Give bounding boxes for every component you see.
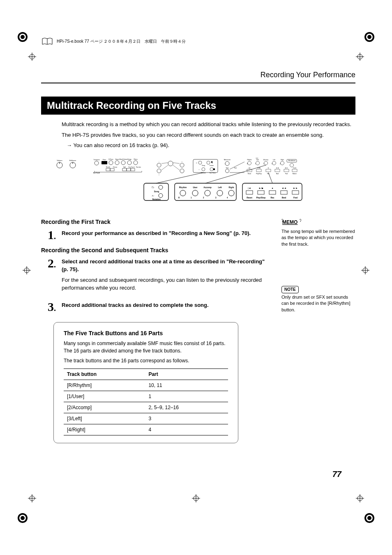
svg-point-151 bbox=[228, 190, 234, 196]
table-row: [2/Accomp]2, 5–9, 12–16 bbox=[64, 402, 228, 413]
svg-text:Function: Function bbox=[136, 166, 141, 168]
svg-text:Rhythm: Rhythm bbox=[247, 159, 252, 161]
svg-text:►►: ►► bbox=[285, 167, 288, 169]
svg-line-73 bbox=[161, 163, 168, 164]
svg-text:Left: Left bbox=[218, 186, 222, 189]
svg-rect-56 bbox=[106, 168, 110, 171]
svg-text:Vibes/Celesta: Vibes/Celesta bbox=[119, 159, 127, 160]
table-cell-button: [R/Rhythm] bbox=[64, 380, 145, 391]
crop-mark-icon bbox=[192, 494, 200, 502]
svg-text:1: 1 bbox=[255, 163, 256, 165]
step-1-text: Record your performance as described in … bbox=[62, 229, 269, 237]
parts-table: Track button Part [R/Rhythm]10, 11[1/Use… bbox=[64, 368, 228, 435]
svg-point-135 bbox=[159, 185, 163, 189]
memo-block: MEMO The song tempo will be remembered a… bbox=[281, 219, 355, 248]
svg-rect-167 bbox=[281, 191, 287, 194]
svg-text:►►: ►► bbox=[293, 187, 298, 189]
svg-rect-121 bbox=[266, 169, 271, 172]
svg-text:Reset: Reset bbox=[248, 173, 251, 175]
intro-p1: Multitrack recording is a method by whic… bbox=[62, 120, 355, 129]
table-row: [3/Left]3 bbox=[64, 413, 228, 424]
svg-text:Play/Stop: Play/Stop bbox=[256, 173, 262, 175]
table-cell-button: [3/Left] bbox=[64, 413, 145, 424]
svg-point-104 bbox=[272, 161, 276, 165]
svg-rect-77 bbox=[193, 159, 218, 173]
table-cell-part: 2, 5–9, 12–16 bbox=[145, 402, 228, 413]
svg-text:3: 3 bbox=[272, 163, 272, 165]
svg-text:●: ● bbox=[268, 167, 269, 169]
svg-text:Twin Piano: Twin Piano bbox=[209, 172, 216, 174]
callout-p2: The track buttons and the 16 parts corre… bbox=[64, 357, 228, 364]
step-number: 2. bbox=[41, 258, 56, 269]
svg-point-48 bbox=[121, 161, 125, 165]
svg-point-71 bbox=[180, 169, 184, 173]
crop-mark-icon bbox=[356, 53, 364, 61]
svg-text:Count: Count bbox=[293, 167, 297, 169]
svg-text:Piano: Piano bbox=[103, 159, 106, 161]
registration-mark-icon bbox=[361, 510, 378, 526]
svg-line-133 bbox=[156, 173, 203, 183]
svg-rect-165 bbox=[258, 191, 264, 194]
svg-text:|◄: |◄ bbox=[249, 167, 251, 169]
svg-text:◄◄: ◄◄ bbox=[281, 187, 286, 189]
registration-mark-icon bbox=[14, 29, 31, 45]
svg-text:☐♪: ☐♪ bbox=[152, 186, 154, 189]
intro-p3: → You can also record on 16 tracks (p. 9… bbox=[67, 141, 355, 150]
note-text: Only drum set or SFX set sounds can be r… bbox=[281, 294, 355, 313]
svg-rect-57 bbox=[110, 168, 114, 171]
svg-text:Transpose: Transpose bbox=[94, 159, 100, 161]
svg-text:Accomp: Accomp bbox=[203, 186, 212, 189]
svg-point-46 bbox=[115, 161, 119, 165]
table-row: [4/Right]4 bbox=[64, 424, 228, 435]
svg-text:Bwd: Bwd bbox=[276, 173, 279, 175]
svg-point-80 bbox=[207, 161, 210, 164]
svg-point-11 bbox=[367, 516, 371, 520]
sub-heading-subsequent: Recording the Second and Subsequent Trac… bbox=[41, 247, 269, 253]
svg-point-68 bbox=[168, 161, 173, 166]
svg-point-148 bbox=[192, 190, 198, 196]
svg-point-90 bbox=[225, 161, 229, 166]
svg-text:●: ● bbox=[272, 187, 273, 189]
svg-text:Brilliance: Brilliance bbox=[69, 159, 76, 161]
intro-p2: The HPi-7S provides five tracks, so you … bbox=[62, 131, 355, 139]
svg-rect-62 bbox=[127, 168, 131, 171]
svg-point-69 bbox=[180, 163, 184, 167]
svg-text:Fwd: Fwd bbox=[285, 173, 288, 175]
svg-line-74 bbox=[173, 163, 180, 164]
svg-point-101 bbox=[248, 161, 251, 165]
svg-point-5 bbox=[367, 35, 371, 39]
table-cell-part: 3 bbox=[145, 413, 228, 424]
svg-text:Slow: Slow bbox=[226, 167, 229, 169]
table-cell-part: 1 bbox=[145, 391, 228, 402]
book-icon bbox=[41, 37, 53, 46]
page-number: 77 bbox=[332, 470, 341, 479]
header-tag: HPi-7S-e.book 77 ページ ２００８年４月２日 水曜日 午前９時４… bbox=[41, 37, 355, 46]
registration-mark-icon bbox=[14, 510, 31, 526]
svg-text:Play/Stop: Play/Stop bbox=[256, 196, 266, 199]
svg-rect-122 bbox=[275, 169, 280, 172]
svg-text:−: − bbox=[159, 161, 159, 162]
svg-point-147 bbox=[180, 190, 186, 196]
svg-point-70 bbox=[157, 169, 161, 173]
svg-point-102 bbox=[256, 161, 260, 165]
svg-text:1: 1 bbox=[191, 197, 192, 199]
svg-rect-123 bbox=[284, 169, 289, 172]
svg-text:Rec: Rec bbox=[270, 196, 274, 199]
control-panel-diagram: Volume Brilliance Transpose Piano E.Pian… bbox=[55, 158, 318, 207]
crop-mark-icon bbox=[361, 266, 369, 274]
step-1: 1. Record your performance as described … bbox=[41, 229, 269, 240]
svg-point-113 bbox=[290, 163, 294, 167]
header-tag-text: HPi-7S-e.book 77 ページ ２００８年４月２日 水曜日 午前９時４… bbox=[57, 39, 186, 44]
svg-text:Reverb: Reverb bbox=[106, 166, 111, 168]
svg-text:Wonderland: Wonderland bbox=[288, 160, 295, 161]
svg-text:Notation: Notation bbox=[152, 198, 161, 200]
svg-text:Lesson: Lesson bbox=[210, 165, 214, 166]
table-cell-button: [2/Accomp] bbox=[64, 402, 145, 413]
svg-rect-120 bbox=[256, 169, 261, 172]
svg-point-52 bbox=[134, 161, 138, 165]
svg-point-78 bbox=[198, 161, 202, 164]
step-2-text: Select and record additional tracks one … bbox=[62, 258, 269, 274]
callout-box: The Five Track Buttons and 16 Parts Many… bbox=[53, 322, 238, 443]
svg-text:Track: Track bbox=[256, 158, 258, 159]
registration-mark-icon bbox=[361, 29, 378, 45]
